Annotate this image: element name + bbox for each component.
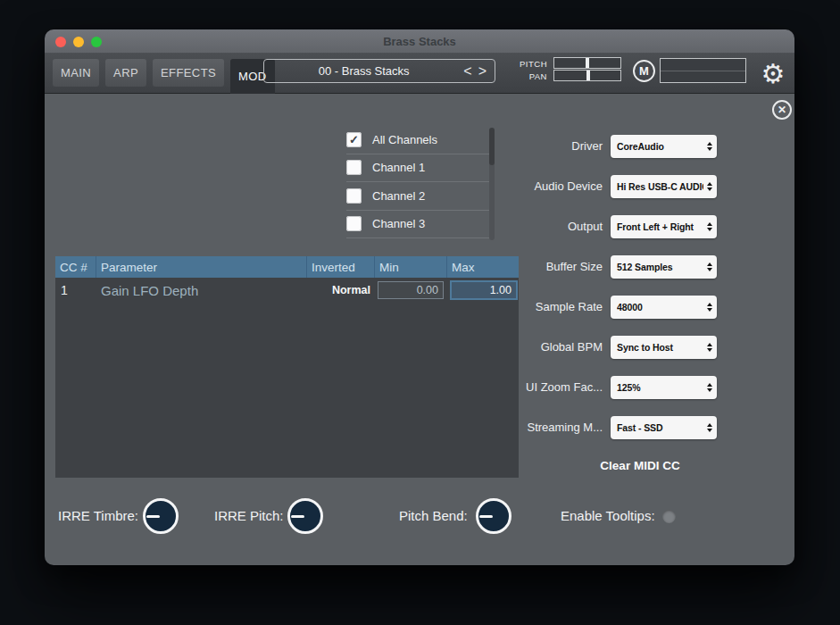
irre-pitch-knob[interactable] [287, 498, 323, 534]
minimize-window-button[interactable] [73, 37, 84, 47]
driver-dropdown[interactable]: CoreAudio [611, 135, 717, 158]
setting-row-sample-rate: Sample Rate 48000 [491, 295, 725, 319]
max-value-input[interactable]: 1.00 [450, 280, 518, 300]
preset-selector[interactable]: 00 - Brass Stacks < > [263, 59, 495, 83]
channel-label: Channel 3 [372, 217, 425, 230]
meter-divider [661, 71, 745, 71]
tab-effects[interactable]: EFFECTS [153, 59, 224, 87]
dropdown-value: CoreAudio [617, 141, 703, 152]
dropdown-value: Fast - SSD [617, 422, 703, 433]
cell-cc-number: 1 [55, 283, 96, 297]
dropdown-arrows-icon [707, 262, 712, 271]
irre-timbre-knob[interactable] [143, 498, 179, 534]
midi-channel-list: ✓ All Channels Channel 1 Channel 2 [346, 126, 489, 238]
check-icon: ✓ [349, 133, 359, 146]
settings-panel: ✕ ✓ All Channels Channel 1 Channel 2 [45, 94, 794, 565]
dropdown-arrows-icon [707, 222, 712, 231]
enable-tooltips-label: Enable Tooltips: [561, 508, 655, 523]
pan-slider-handle[interactable] [586, 71, 590, 80]
pan-slider[interactable] [553, 70, 621, 81]
buffer-size-dropdown[interactable]: 512 Samples [611, 255, 717, 279]
preset-prev-icon[interactable]: < [463, 63, 471, 79]
dropdown-arrows-icon [707, 303, 712, 312]
zoom-window-button[interactable] [91, 37, 102, 47]
midi-mode-button[interactable]: M [633, 60, 655, 82]
dropdown-value: Front Left + Right [617, 221, 703, 232]
cell-min: 0.00 [375, 281, 447, 299]
output-label: Output [491, 220, 611, 233]
tab-bar: MAIN ARP EFFECTS MOD [53, 59, 275, 94]
dropdown-value: Sync to Host [617, 342, 703, 353]
output-meter[interactable] [660, 58, 746, 83]
enable-tooltips-toggle[interactable] [662, 510, 676, 523]
cell-inverted[interactable]: Normal [307, 284, 375, 296]
min-value-input[interactable]: 0.00 [378, 281, 444, 299]
dropdown-arrows-icon [707, 142, 712, 151]
window-title: Brass Stacks [383, 35, 456, 48]
cell-parameter: Gain LFO Depth [96, 283, 307, 298]
checkbox-channel-3[interactable] [346, 216, 362, 231]
header-max: Max [447, 256, 519, 278]
pitch-bend-label: Pitch Bend: [399, 508, 468, 523]
cell-max: 1.00 [447, 280, 519, 300]
channel-label: All Channels [372, 133, 437, 146]
checkbox-channel-2[interactable] [346, 188, 362, 204]
pitch-slider-handle[interactable] [586, 58, 589, 68]
audio-device-label: Audio Device [491, 179, 611, 193]
setting-row-audio-device: Audio Device Hi Res USB-C AUDIO [491, 174, 725, 198]
setting-row-global-bpm: Global BPM Sync to Host [491, 335, 725, 359]
preset-next-icon[interactable]: > [478, 63, 487, 79]
channel-row-all[interactable]: ✓ All Channels [346, 126, 489, 154]
close-window-button[interactable] [55, 37, 66, 47]
channel-label: Channel 1 [372, 161, 425, 174]
ui-zoom-dropdown[interactable]: 125% [611, 376, 717, 399]
clear-midi-cc-button[interactable]: Clear MIDI CC [555, 459, 725, 472]
title-bar: Brass Stacks [45, 29, 794, 54]
dropdown-arrows-icon [707, 423, 712, 432]
driver-label: Driver [491, 139, 611, 153]
table-row[interactable]: 1 Gain LFO Depth Normal 0.00 1.00 [55, 278, 519, 303]
audio-device-dropdown[interactable]: Hi Res USB-C AUDIO [611, 175, 717, 198]
preset-nav: < > [463, 63, 495, 79]
channel-label: Channel 2 [372, 189, 425, 203]
header-inverted: Inverted [307, 256, 375, 278]
output-dropdown[interactable]: Front Left + Right [611, 215, 717, 238]
dropdown-value: Hi Res USB-C AUDIO [617, 181, 703, 192]
setting-row-output: Output Front Left + Right [491, 214, 725, 238]
checkbox-all-channels[interactable]: ✓ [346, 132, 362, 147]
setting-row-streaming-mode: Streaming M... Fast - SSD [491, 415, 725, 439]
tab-arp[interactable]: ARP [105, 59, 146, 87]
toolbar: MAIN ARP EFFECTS MOD 00 - Brass Stacks <… [45, 54, 794, 94]
midi-cc-table: CC # Parameter Inverted Min Max 1 Gain L… [55, 256, 519, 478]
close-panel-button[interactable]: ✕ [772, 100, 792, 120]
channel-row-2[interactable]: Channel 2 [346, 182, 489, 211]
global-bpm-dropdown[interactable]: Sync to Host [611, 336, 717, 359]
dropdown-value: 125% [617, 382, 703, 393]
channel-row-1[interactable]: Channel 1 [346, 154, 489, 183]
setting-row-ui-zoom: UI Zoom Fac... 125% [491, 375, 725, 399]
pitch-bend-knob[interactable] [476, 498, 511, 534]
settings-gear-icon[interactable]: ⚙ [755, 54, 791, 94]
header-parameter: Parameter [96, 256, 307, 278]
knob-pointer [146, 515, 160, 518]
dropdown-arrows-icon [707, 383, 712, 392]
tab-main[interactable]: MAIN [53, 59, 99, 87]
traffic-lights [55, 37, 102, 47]
pitch-pan-labels: PITCH PAN [500, 58, 547, 83]
checkbox-channel-1[interactable] [346, 160, 362, 175]
plugin-window: Brass Stacks MAIN ARP EFFECTS MOD 00 - B… [45, 29, 794, 565]
streaming-mode-dropdown[interactable]: Fast - SSD [611, 416, 717, 439]
knob-pointer [291, 515, 304, 518]
dropdown-value: 48000 [617, 302, 703, 312]
sample-rate-dropdown[interactable]: 48000 [611, 296, 717, 319]
pitch-label: PITCH [500, 58, 547, 71]
dropdown-arrows-icon [707, 343, 712, 352]
preset-name[interactable]: 00 - Brass Stacks [264, 64, 463, 78]
setting-row-driver: Driver CoreAudio [491, 134, 725, 158]
channel-row-3[interactable]: Channel 3 [346, 211, 489, 239]
pan-label: PAN [500, 71, 547, 83]
pitch-slider[interactable] [553, 57, 621, 69]
dropdown-value: 512 Samples [617, 262, 703, 272]
table-body: 1 Gain LFO Depth Normal 0.00 1.00 [55, 278, 519, 478]
irre-timbre-label: IRRE Timbre: [58, 508, 138, 523]
